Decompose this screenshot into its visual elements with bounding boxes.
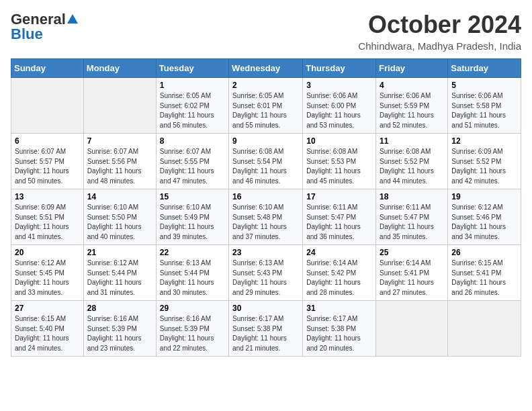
day-number: 30 [232,304,299,313]
logo: General Blue [11,11,78,43]
day-number: 31 [306,304,372,313]
calendar-cell: 24 Sunrise: 6:14 AMSunset: 5:42 PMDaylig… [303,245,376,301]
day-detail: Sunrise: 6:08 AMSunset: 5:54 PMDaylight:… [232,148,287,185]
calendar-cell: 26 Sunrise: 6:15 AMSunset: 5:41 PMDaylig… [448,245,521,301]
day-detail: Sunrise: 6:15 AMSunset: 5:40 PMDaylight:… [15,315,69,352]
day-header-saturday: Saturday [448,59,521,78]
calendar-cell: 4 Sunrise: 6:06 AMSunset: 5:59 PMDayligh… [376,78,448,134]
calendar-cell: 2 Sunrise: 6:05 AMSunset: 6:01 PMDayligh… [229,78,303,134]
calendar-cell: 23 Sunrise: 6:13 AMSunset: 5:43 PMDaylig… [229,245,303,301]
day-number: 28 [87,304,152,313]
page-header: General Blue October 2024 Chhindwara, Ma… [11,11,521,52]
day-number: 21 [87,248,152,257]
calendar-cell: 1 Sunrise: 6:05 AMSunset: 6:02 PMDayligh… [156,78,228,134]
day-header-friday: Friday [376,59,448,78]
calendar-table: SundayMondayTuesdayWednesdayThursdayFrid… [11,58,521,357]
day-number: 27 [15,304,80,313]
day-header-wednesday: Wednesday [229,59,303,78]
calendar-cell: 14 Sunrise: 6:10 AMSunset: 5:50 PMDaylig… [83,189,156,245]
week-row-2: 6 Sunrise: 6:07 AMSunset: 5:57 PMDayligh… [11,134,521,189]
calendar-cell: 21 Sunrise: 6:12 AMSunset: 5:44 PMDaylig… [83,245,156,301]
day-header-thursday: Thursday [303,59,376,78]
day-number: 15 [160,192,225,201]
day-detail: Sunrise: 6:13 AMSunset: 5:44 PMDaylight:… [160,259,214,296]
day-header-monday: Monday [83,59,156,78]
calendar-cell: 31 Sunrise: 6:17 AMSunset: 5:38 PMDaylig… [303,301,376,357]
day-detail: Sunrise: 6:05 AMSunset: 6:02 PMDaylight:… [160,92,214,129]
calendar-cell: 22 Sunrise: 6:13 AMSunset: 5:44 PMDaylig… [156,245,228,301]
day-number: 7 [87,136,152,146]
day-number: 6 [15,136,80,146]
day-detail: Sunrise: 6:13 AMSunset: 5:43 PMDaylight:… [232,259,287,296]
day-number: 5 [451,81,517,90]
day-number: 10 [306,136,372,146]
day-number: 1 [160,81,225,90]
day-number: 26 [451,248,517,257]
day-detail: Sunrise: 6:05 AMSunset: 6:01 PMDaylight:… [232,92,287,129]
day-detail: Sunrise: 6:10 AMSunset: 5:50 PMDaylight:… [87,203,142,240]
calendar-cell: 17 Sunrise: 6:11 AMSunset: 5:47 PMDaylig… [303,189,376,245]
day-number: 2 [232,81,299,90]
calendar-cell: 11 Sunrise: 6:08 AMSunset: 5:52 PMDaylig… [376,134,448,189]
calendar-cell: 15 Sunrise: 6:10 AMSunset: 5:49 PMDaylig… [156,189,228,245]
day-number: 29 [160,304,225,313]
calendar-cell: 13 Sunrise: 6:09 AMSunset: 5:51 PMDaylig… [11,189,84,245]
calendar-cell [11,78,84,134]
day-detail: Sunrise: 6:10 AMSunset: 5:48 PMDaylight:… [232,203,287,240]
day-detail: Sunrise: 6:12 AMSunset: 5:46 PMDaylight:… [451,203,506,240]
calendar-body: 1 Sunrise: 6:05 AMSunset: 6:02 PMDayligh… [11,78,521,357]
month-title: October 2024 [358,11,521,39]
calendar-cell: 27 Sunrise: 6:15 AMSunset: 5:40 PMDaylig… [11,301,84,357]
calendar-cell: 6 Sunrise: 6:07 AMSunset: 5:57 PMDayligh… [11,134,84,189]
day-detail: Sunrise: 6:12 AMSunset: 5:45 PMDaylight:… [15,259,69,296]
calendar-cell: 30 Sunrise: 6:17 AMSunset: 5:38 PMDaylig… [229,301,303,357]
calendar-cell: 5 Sunrise: 6:06 AMSunset: 5:58 PMDayligh… [448,78,521,134]
calendar-cell: 20 Sunrise: 6:12 AMSunset: 5:45 PMDaylig… [11,245,84,301]
day-number: 22 [160,248,225,257]
calendar-cell [83,78,156,134]
day-detail: Sunrise: 6:08 AMSunset: 5:52 PMDaylight:… [380,148,434,185]
day-detail: Sunrise: 6:17 AMSunset: 5:38 PMDaylight:… [306,315,361,352]
day-detail: Sunrise: 6:06 AMSunset: 5:58 PMDaylight:… [451,92,506,129]
calendar-cell: 8 Sunrise: 6:07 AMSunset: 5:55 PMDayligh… [156,134,228,189]
day-number: 13 [15,192,80,201]
day-number: 23 [232,248,299,257]
location-subtitle: Chhindwara, Madhya Pradesh, India [358,40,521,52]
day-number: 18 [380,192,444,201]
title-block: October 2024 Chhindwara, Madhya Pradesh,… [358,11,521,52]
day-detail: Sunrise: 6:14 AMSunset: 5:41 PMDaylight:… [380,259,434,296]
calendar-cell: 3 Sunrise: 6:06 AMSunset: 6:00 PMDayligh… [303,78,376,134]
week-row-3: 13 Sunrise: 6:09 AMSunset: 5:51 PMDaylig… [11,189,521,245]
day-number: 12 [451,136,517,146]
day-detail: Sunrise: 6:08 AMSunset: 5:53 PMDaylight:… [306,148,361,185]
logo-triangle-icon [67,14,78,24]
calendar-cell: 16 Sunrise: 6:10 AMSunset: 5:48 PMDaylig… [229,189,303,245]
day-detail: Sunrise: 6:06 AMSunset: 5:59 PMDaylight:… [380,92,434,129]
day-detail: Sunrise: 6:07 AMSunset: 5:55 PMDaylight:… [160,148,214,185]
day-detail: Sunrise: 6:16 AMSunset: 5:39 PMDaylight:… [160,315,214,352]
day-detail: Sunrise: 6:09 AMSunset: 5:52 PMDaylight:… [451,148,506,185]
day-number: 8 [160,136,225,146]
day-number: 14 [87,192,152,201]
day-detail: Sunrise: 6:07 AMSunset: 5:56 PMDaylight:… [87,148,142,185]
calendar-cell: 29 Sunrise: 6:16 AMSunset: 5:39 PMDaylig… [156,301,228,357]
calendar-cell: 19 Sunrise: 6:12 AMSunset: 5:46 PMDaylig… [448,189,521,245]
calendar-header: SundayMondayTuesdayWednesdayThursdayFrid… [11,59,521,78]
day-detail: Sunrise: 6:06 AMSunset: 6:00 PMDaylight:… [306,92,361,129]
calendar-cell: 10 Sunrise: 6:08 AMSunset: 5:53 PMDaylig… [303,134,376,189]
day-number: 3 [306,81,372,90]
day-number: 24 [306,248,372,257]
calendar-cell: 28 Sunrise: 6:16 AMSunset: 5:39 PMDaylig… [83,301,156,357]
day-number: 25 [380,248,444,257]
calendar-cell: 25 Sunrise: 6:14 AMSunset: 5:41 PMDaylig… [376,245,448,301]
day-detail: Sunrise: 6:14 AMSunset: 5:42 PMDaylight:… [306,259,361,296]
week-row-1: 1 Sunrise: 6:05 AMSunset: 6:02 PMDayligh… [11,78,521,134]
day-detail: Sunrise: 6:10 AMSunset: 5:49 PMDaylight:… [160,203,214,240]
calendar-cell: 18 Sunrise: 6:11 AMSunset: 5:47 PMDaylig… [376,189,448,245]
day-number: 11 [380,136,444,146]
day-detail: Sunrise: 6:17 AMSunset: 5:38 PMDaylight:… [232,315,287,352]
day-detail: Sunrise: 6:11 AMSunset: 5:47 PMDaylight:… [306,203,361,240]
day-number: 16 [232,192,299,201]
logo-blue-text: Blue [11,26,43,43]
week-row-5: 27 Sunrise: 6:15 AMSunset: 5:40 PMDaylig… [11,301,521,357]
